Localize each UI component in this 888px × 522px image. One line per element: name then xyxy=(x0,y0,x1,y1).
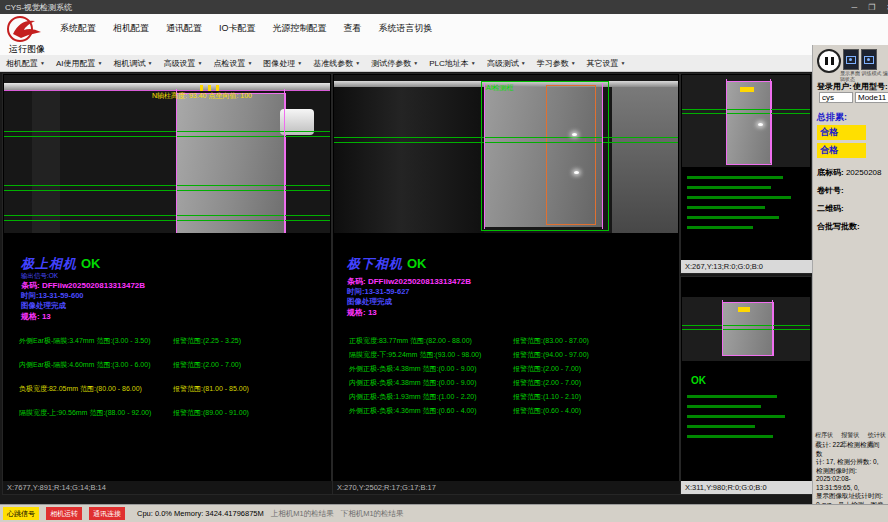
pink-guide-line xyxy=(484,83,485,229)
green-guide-line xyxy=(682,113,810,114)
pink-guide-line xyxy=(726,79,727,163)
overlay-text-line xyxy=(687,186,771,189)
machine-bed xyxy=(612,87,678,233)
window-title: CYS-视觉检测系统 xyxy=(5,2,72,13)
chevron-down-icon: ▼ xyxy=(98,60,103,66)
pink-guide-line xyxy=(772,300,773,356)
machine-bright-strip xyxy=(4,83,330,90)
toolbar-item-plc-address[interactable]: PLC地址本▼ xyxy=(429,58,476,69)
green-guide-line xyxy=(4,220,330,221)
ai-box-label: AI检测框 xyxy=(486,83,514,93)
right-camera-panel: AI检测框 极下相机OK 条码: DFFiiw2025020813313472B… xyxy=(332,73,680,495)
toolbar-item-advanced-settings[interactable]: 高级设置▼ xyxy=(163,58,202,69)
toolbar-item-baseline-params[interactable]: 基准线参数▼ xyxy=(313,58,360,69)
barcode-text: 条码: DFFiiw2025020813313472B xyxy=(21,280,145,291)
overlay-text-line xyxy=(687,435,773,438)
electrode-stack xyxy=(176,93,286,233)
chevron-down-icon: ▼ xyxy=(413,60,418,66)
right-camera-viewport[interactable]: AI检测框 xyxy=(334,75,678,233)
model-row: 使用型号: Mode11 xyxy=(853,81,888,103)
left-coords-readout: X:7677,Y:891;R:14;G:14;B:14 xyxy=(3,481,335,494)
menu-item-light-config[interactable]: 光源控制配置 xyxy=(273,22,327,35)
green-guide-line xyxy=(682,325,810,326)
green-guide-line xyxy=(4,190,330,191)
green-guide-line xyxy=(682,329,810,330)
toolbar-label: AI使用配置 xyxy=(56,58,96,69)
small-top-coords: X:267,Y:13;R:0;G:0;B:0 xyxy=(681,260,815,273)
green-guide-line xyxy=(4,185,330,186)
glint xyxy=(574,171,579,174)
right-sidebar: 显示界面 训练模式 编辑状态 登录用户: cys 使用型号: Mode11 总排… xyxy=(812,45,888,505)
camera-title: 极下相机 xyxy=(347,256,403,271)
toolbar-label: 学习参数 xyxy=(537,58,569,69)
model-label: 使用型号: xyxy=(853,82,888,91)
toolbar-item-test-params[interactable]: 测试停参数▼ xyxy=(371,58,418,69)
toolbar-label: 点检设置 xyxy=(213,58,245,69)
maximize-icon[interactable]: ❐ xyxy=(868,3,875,12)
left-camera-viewport[interactable]: N轴柱高度: 93.40 点坐向值: 100 xyxy=(4,75,330,233)
green-guide-line xyxy=(4,215,330,216)
result-ok: OK xyxy=(407,256,427,271)
toolbar-label: 图像处理 xyxy=(263,58,295,69)
toolbar-label: PLC地址本 xyxy=(429,58,469,69)
left-camera-panel: N轴柱高度: 93.40 点坐向值: 100 极上相机OK 输出信号:OK 条码… xyxy=(2,73,332,495)
toolbar-item-spot-check[interactable]: 点检设置▼ xyxy=(213,58,252,69)
toolbar-item-advanced-test[interactable]: 高级测试▼ xyxy=(487,58,526,69)
spec-text: 规格: 13 xyxy=(347,307,377,318)
chevron-down-icon: ▼ xyxy=(471,60,476,66)
menu-item-view[interactable]: 查看 xyxy=(344,22,362,35)
time-text: 时间:13-31-59-600 xyxy=(21,291,84,301)
main-area: N轴柱高度: 93.40 点坐向值: 100 极上相机OK 输出信号:OK 条码… xyxy=(0,71,812,505)
chevron-down-icon: ▼ xyxy=(197,60,202,66)
window-titlebar: CYS-视觉检测系统 ─ ❐ ✕ xyxy=(0,0,888,14)
toolbar-label: 其它设置 xyxy=(587,58,619,69)
green-guide-line xyxy=(4,136,330,137)
glint xyxy=(572,133,577,136)
chevron-down-icon: ▼ xyxy=(147,60,152,66)
minimize-icon[interactable]: ─ xyxy=(851,3,857,12)
machine-structure xyxy=(334,87,484,233)
process-text: 图像处理完成 xyxy=(347,297,392,307)
overlay-text-line xyxy=(687,415,785,418)
small-bottom-viewport[interactable] xyxy=(682,297,810,361)
menu-item-comm-config[interactable]: 通讯配置 xyxy=(166,22,202,35)
result-ok: OK xyxy=(81,256,101,271)
time-text: 时间:13-31-59-627 xyxy=(347,287,410,297)
overlay-text-line xyxy=(687,196,791,199)
menu-bar: 系统配置 相机配置 通讯配置 IO卡配置 光源控制配置 查看 系统语言切换 运行… xyxy=(0,14,888,56)
process-text: 图像处理完成 xyxy=(21,301,66,311)
green-guide-line xyxy=(682,109,810,110)
toolbar-item-learning-params[interactable]: 学习参数▼ xyxy=(537,58,576,69)
total-result-label: 总排累: xyxy=(817,111,847,124)
camera-view-1-button[interactable] xyxy=(843,49,859,70)
pause-icon xyxy=(825,57,828,65)
toolbar-item-image-process[interactable]: 图像处理▼ xyxy=(263,58,302,69)
toolbar-item-ai-config[interactable]: AI使用配置▼ xyxy=(56,58,103,69)
camera-icon xyxy=(846,56,856,64)
pink-guide-line xyxy=(602,83,603,229)
toolbar-item-other-settings[interactable]: 其它设置▼ xyxy=(587,58,626,69)
small-top-viewport[interactable] xyxy=(682,75,810,167)
glint xyxy=(758,123,763,126)
toolbar-item-camera-debug[interactable]: 相机调试▼ xyxy=(113,58,152,69)
menu-item-camera-config[interactable]: 相机配置 xyxy=(113,22,149,35)
menu-item-language[interactable]: 系统语言切换 xyxy=(379,22,433,35)
camera-view-2-button[interactable] xyxy=(861,49,877,70)
chevron-down-icon: ▼ xyxy=(521,60,526,66)
toolbar-item-camera-config[interactable]: 相机配置▼ xyxy=(6,58,45,69)
field-row: 底标码: 20250208 xyxy=(817,167,882,178)
login-user-field[interactable]: cys xyxy=(819,92,853,103)
toolbar-label: 相机配置 xyxy=(6,58,38,69)
toolbar-label: 基准线参数 xyxy=(313,58,353,69)
model-field[interactable]: Mode11 xyxy=(855,92,888,103)
pink-guide-line xyxy=(284,89,285,233)
toolbar-label: 高级设置 xyxy=(163,58,195,69)
menu-item-system-config[interactable]: 系统配置 xyxy=(60,22,96,35)
lower-camera-result-label: 下相机M1的检结果 xyxy=(341,509,404,519)
right-coords-readout: X:270,Y:2502;R:17;G:17;B:17 xyxy=(333,481,683,494)
left-camera-result: 极上相机OK xyxy=(21,254,101,273)
result-box-2: 合格 xyxy=(817,143,866,158)
green-guide-line xyxy=(334,142,678,143)
menu-item-io-config[interactable]: IO卡配置 xyxy=(219,22,256,35)
pause-button[interactable] xyxy=(817,49,841,73)
